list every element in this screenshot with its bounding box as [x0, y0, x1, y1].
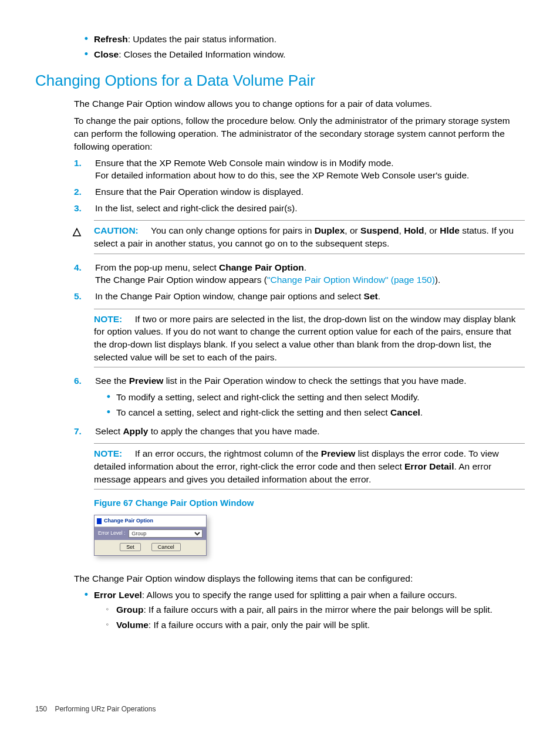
- step-text: Select Apply to apply the changes that y…: [95, 425, 525, 438]
- caution-label: CAUTION:: [94, 225, 139, 235]
- section-heading: Changing Options for a Data Volume Pair: [35, 70, 525, 91]
- note-label: NOTE:: [94, 448, 122, 458]
- step-number: 7.: [74, 425, 95, 438]
- page-number: 150: [35, 705, 47, 713]
- note-callout-1: NOTE: If two or more pairs are selected …: [94, 309, 525, 368]
- para: The Change Pair Option window displays t…: [74, 572, 525, 585]
- step-number: 1.: [74, 157, 95, 182]
- note-label: NOTE:: [94, 314, 122, 324]
- set-button[interactable]: Set: [120, 543, 141, 551]
- list-item: To cancel a setting, select and right-cl…: [101, 406, 525, 419]
- note-text: If an error occurs, the rightmost column…: [94, 448, 499, 484]
- intro-para-2: To change the pair options, follow the p…: [74, 114, 525, 153]
- xref-link[interactable]: "Change Pair Option Window" (page 150): [267, 275, 435, 285]
- desc: : Allows you to specify the range used f…: [142, 590, 457, 600]
- step-text: Ensure that the Pair Operation window is…: [95, 185, 525, 198]
- list-item: Refresh: Updates the pair status informa…: [79, 33, 525, 46]
- cancel-button[interactable]: Cancel: [151, 543, 181, 551]
- sub-list: Group: If a failure occurs with a pair, …: [99, 603, 525, 631]
- list-item: Group: If a failure occurs with a pair, …: [99, 603, 525, 616]
- note-text: If two or more pairs are selected in the…: [94, 314, 516, 362]
- step-text: See the Preview list in the Pair Operati…: [95, 376, 466, 386]
- intro-para-1: The Change Pair Option window allows you…: [74, 97, 525, 110]
- error-level-label: Error Level :: [98, 530, 125, 537]
- window-title: Change Pair Option: [104, 517, 153, 525]
- step-4: 4. From the pop-up menu, select Change P…: [35, 261, 525, 286]
- config-bullet-list: Error Level: Allows you to specify the r…: [79, 589, 525, 634]
- term: Close: [94, 49, 119, 59]
- change-pair-option-window-figure: Change Pair Option Error Level : Group S…: [94, 515, 207, 556]
- window-titlebar: Change Pair Option: [95, 515, 206, 527]
- figure-caption: Figure 67 Change Pair Option Window: [94, 497, 525, 509]
- footer-section: Performing URz Pair Operations: [55, 705, 156, 713]
- step-number: 6.: [74, 374, 95, 421]
- caution-icon: △: [73, 224, 94, 249]
- step-5: 5. In the Change Pair Option window, cha…: [35, 290, 525, 303]
- step-text: Ensure that the XP Remote Web Console ma…: [95, 158, 394, 168]
- step-number: 4.: [74, 261, 95, 286]
- procedure-list-cont2: 6. See the Preview list in the Pair Oper…: [35, 374, 525, 437]
- step-number: 3.: [74, 202, 95, 215]
- step-1: 1. Ensure that the XP Remote Web Console…: [35, 157, 525, 182]
- top-bullet-list: Refresh: Updates the pair status informa…: [79, 33, 525, 60]
- procedure-list: 1. Ensure that the XP Remote Web Console…: [35, 157, 525, 215]
- list-item: To modify a setting, select and right-cl…: [101, 391, 525, 404]
- step-3: 3. In the list, select and right-click t…: [35, 202, 525, 215]
- step-text: In the Change Pair Option window, change…: [95, 290, 525, 303]
- list-item: Volume: If a failure occurs with a pair,…: [99, 619, 525, 632]
- window-icon: [97, 518, 102, 524]
- caution-text: You can only change options for pairs in…: [94, 225, 514, 248]
- step-2: 2. Ensure that the Pair Operation window…: [35, 185, 525, 198]
- note-callout-2: NOTE: If an error occurs, the rightmost …: [94, 443, 525, 490]
- step-number: 2.: [74, 185, 95, 198]
- desc: : Closes the Detailed Information window…: [119, 49, 285, 59]
- list-item: Error Level: Allows you to specify the r…: [79, 589, 525, 634]
- list-item: Close: Closes the Detailed Information w…: [79, 48, 525, 61]
- term: Refresh: [94, 34, 128, 44]
- step-6: 6. See the Preview list in the Pair Oper…: [35, 374, 525, 421]
- step-7: 7. Select Apply to apply the changes tha…: [35, 425, 525, 438]
- step-text: For detailed information about how to do…: [95, 170, 469, 180]
- step-text: From the pop-up menu, select Change Pair…: [95, 262, 306, 272]
- page-footer: 150 Performing URz Pair Operations: [35, 704, 525, 714]
- sub-bullet-list: To modify a setting, select and right-cl…: [101, 391, 525, 418]
- desc: : Updates the pair status information.: [128, 34, 276, 44]
- caution-callout: △ CAUTION: You can only change options f…: [94, 220, 525, 254]
- step-number: 5.: [74, 290, 95, 303]
- procedure-list-cont: 4. From the pop-up menu, select Change P…: [35, 261, 525, 303]
- step-text: The Change Pair Option window appears ("…: [95, 275, 440, 285]
- term: Error Level: [94, 590, 142, 600]
- error-level-select[interactable]: Group: [129, 529, 203, 538]
- step-text: In the list, select and right-click the …: [95, 202, 525, 215]
